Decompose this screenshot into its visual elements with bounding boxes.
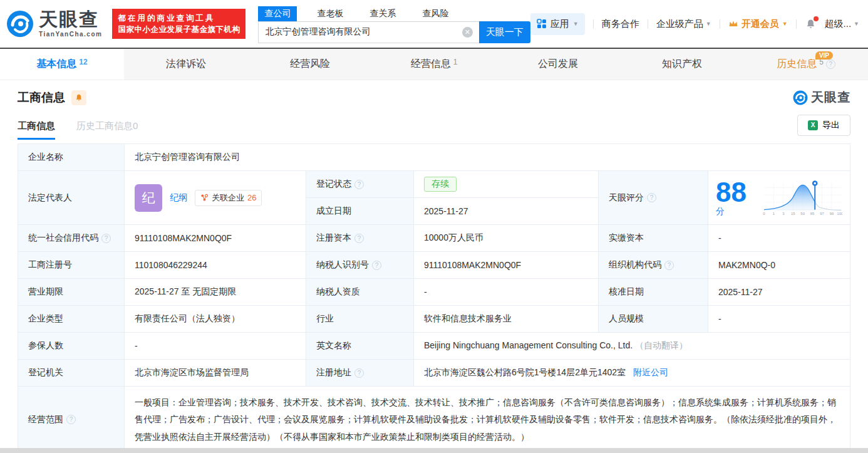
tab-basic-info[interactable]: 基本信息 12	[0, 49, 124, 80]
svg-text:97: 97	[820, 212, 824, 216]
field-label: 注册地址	[306, 360, 414, 387]
svg-text:0: 0	[763, 212, 765, 216]
field-label: 企业类型	[18, 306, 125, 333]
notification-bell[interactable]	[805, 18, 817, 30]
search-tab-company[interactable]: 查公司	[258, 6, 297, 21]
nav-cooperation[interactable]: 商务合作	[602, 18, 639, 30]
reg-address-cell: 北京市海淀区魏公村路6号院1号楼14层2单元1402室 附近公司	[414, 360, 850, 387]
help-icon[interactable]	[372, 261, 381, 270]
search-tab-relation[interactable]: 查关系	[363, 6, 402, 21]
open-vip-button[interactable]: 开通会员 ▼	[728, 18, 788, 30]
score-unit: 分	[716, 206, 725, 216]
table-row: 企业类型 有限责任公司（法人独资） 行业 软件和信息技术服务业 人员规模 -	[18, 306, 850, 333]
tab-business-info[interactable]: 经营信息 1	[372, 49, 496, 80]
subtab-history-business-info[interactable]: 历史工商信息0	[76, 120, 138, 140]
apps-grid-icon	[537, 19, 547, 29]
nearby-companies-link[interactable]: 附近公司	[633, 367, 668, 377]
field-label: 营业期限	[18, 279, 125, 306]
table-row: 登记机关 北京市海淀区市场监督管理局 注册地址 北京市海淀区魏公村路6号院1号楼…	[18, 360, 850, 387]
svg-text:50: 50	[800, 212, 805, 216]
table-row: 经营范围 一般项目：企业管理咨询；技术服务、技术开发、技术咨询、技术交流、技术转…	[18, 387, 850, 453]
chevron-down-icon: ▼	[706, 21, 711, 27]
tab-count: 1	[453, 58, 458, 66]
field-label: 成立日期	[306, 198, 414, 225]
table-row: 统一社会信用代码 91110108MAK2MN0Q0F 注册资本 10000万人…	[18, 225, 850, 252]
chevron-down-icon: ▼	[573, 21, 579, 27]
page-bottom-strip	[0, 448, 868, 453]
apps-menu[interactable]: 应用 ▼	[530, 13, 585, 35]
search-button[interactable]: 天眼一下	[479, 21, 530, 43]
field-label: 统一社会信用代码	[18, 225, 125, 252]
auto-translate-note: （自动翻译）	[635, 340, 688, 350]
related-companies-badge[interactable]: 关联企业 26	[195, 190, 262, 206]
insured-count-value: -	[125, 333, 306, 360]
field-label: 工商注册号	[18, 252, 125, 279]
tab-history-info[interactable]: VIP 历史信息 5	[744, 49, 868, 80]
tab-legal-litigation[interactable]: 法律诉讼	[124, 49, 248, 80]
tab-label: 知识产权	[662, 58, 702, 71]
tab-label: 历史信息	[777, 58, 817, 71]
divider	[796, 19, 797, 29]
divider	[593, 19, 594, 29]
search-input[interactable]	[258, 21, 478, 43]
help-icon[interactable]	[66, 415, 76, 424]
tab-company-development[interactable]: 公司发展	[496, 49, 620, 80]
field-label: 人员规模	[599, 306, 708, 333]
field-label: 组织机构代码	[599, 252, 708, 279]
section-title: 工商信息	[18, 90, 65, 106]
brand-slogan: 都在用的商业查询工具 国家中小企业发展子基金旗下机构	[112, 9, 245, 39]
nav-enterprise[interactable]: 企业级产品 ▼	[656, 18, 711, 30]
reg-authority-value: 北京市海淀区市场监督管理局	[125, 360, 306, 387]
search-tab-risk[interactable]: 查风险	[416, 6, 455, 21]
notification-dot	[814, 16, 819, 21]
clear-icon[interactable]: ✕	[462, 27, 473, 38]
field-label: 参保人数	[18, 333, 125, 360]
help-icon[interactable]	[354, 368, 364, 378]
field-label: 行业	[306, 306, 414, 333]
account-label: 超级...	[825, 18, 852, 30]
logo-domain: TianYanCha.com	[39, 31, 102, 38]
help-icon[interactable]	[101, 234, 111, 243]
taxpayer-quality-value: -	[414, 279, 599, 306]
tab-label: 公司发展	[538, 58, 578, 71]
subtab-current-business-info[interactable]: 工商信息	[18, 120, 55, 140]
legal-rep-link[interactable]: 纪纲	[170, 192, 187, 204]
watermark-logo: 天眼查	[793, 89, 850, 106]
nav-account[interactable]: 超级... ▼	[825, 18, 859, 30]
divider	[720, 19, 720, 29]
establish-date-value: 2025-11-27	[414, 198, 599, 225]
help-icon[interactable]	[664, 261, 674, 270]
tab-intellectual-property[interactable]: 知识产权	[620, 49, 744, 80]
tianyancha-logo[interactable]: 天眼查 TianYanCha.com	[6, 10, 102, 38]
status-badge: 存续	[424, 177, 457, 192]
help-icon[interactable]	[354, 180, 364, 189]
tianyancha-logo-icon	[6, 10, 34, 38]
table-row: 营业期限 2025-11-27 至 无固定期限 纳税人资质 - 核准日期 202…	[18, 279, 850, 306]
export-button[interactable]: X 导出	[797, 115, 850, 136]
business-term-value: 2025-11-27 至 无固定期限	[125, 279, 306, 306]
taxpayer-id-value: 91110108MAK2MN0Q0F	[414, 252, 599, 279]
help-icon[interactable]	[826, 60, 835, 69]
related-companies-icon	[200, 194, 209, 202]
score-number: 88	[716, 177, 747, 207]
watermark-text: 天眼查	[811, 89, 850, 106]
tab-operation-risk[interactable]: 经营风险	[248, 49, 372, 80]
help-icon[interactable]	[354, 234, 364, 243]
table-row: 企业名称 北京宁创管理咨询有限公司	[18, 144, 850, 171]
score-distribution-chart: 0 1 3 15 50 85 97 99 100	[763, 178, 842, 218]
search-tab-boss[interactable]: 查老板	[311, 6, 349, 21]
industry-value: 软件和信息技术服务业	[414, 306, 599, 333]
reg-status-cell: 存续	[414, 171, 599, 198]
score-cell: 88分	[708, 171, 850, 225]
excel-icon: X	[808, 120, 818, 130]
svg-text:15: 15	[791, 212, 795, 216]
english-name-value: Beijing Ningchuang Management Consulting…	[424, 340, 633, 350]
staff-size-value: -	[708, 306, 850, 333]
vip-badge: VIP	[815, 51, 833, 60]
avatar[interactable]: 纪	[135, 184, 162, 212]
help-icon[interactable]	[647, 193, 656, 202]
business-scope-value: 一般项目：企业管理咨询；技术服务、技术开发、技术咨询、技术交流、技术转让、技术推…	[125, 387, 850, 453]
monitor-bell-button[interactable]	[71, 90, 86, 105]
nav-enterprise-label: 企业级产品	[656, 18, 703, 30]
tianyancha-logo-icon	[793, 90, 808, 105]
